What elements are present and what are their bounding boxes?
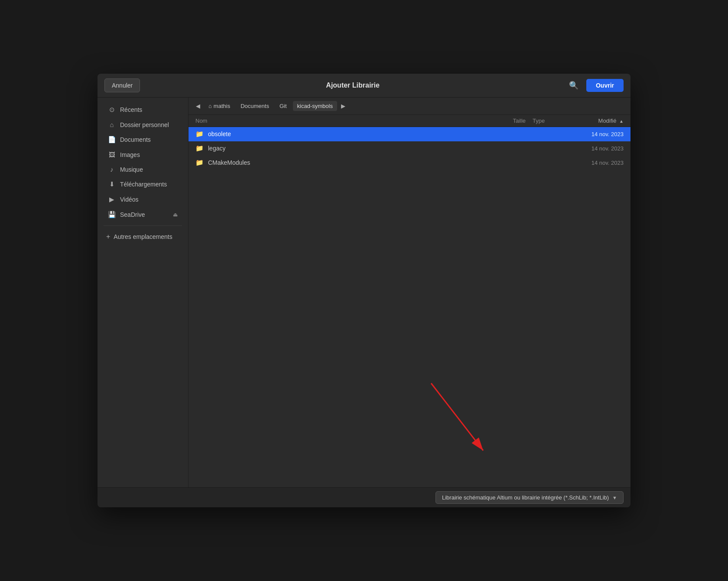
annotation-arrow <box>414 375 509 461</box>
breadcrumb-label-kicad-symbols: kicad-symbols <box>297 103 333 109</box>
sidebar-label-seadrive: SeaDrive <box>120 211 145 218</box>
cancel-button[interactable]: Annuler <box>104 78 140 92</box>
breadcrumb-back-button[interactable]: ◀ <box>194 101 202 111</box>
sidebar-label-telechargements: Téléchargements <box>120 181 167 188</box>
breadcrumb-segment-documents[interactable]: Documents <box>236 101 273 111</box>
breadcrumb-segment-mathis[interactable]: ⌂ mathis <box>204 101 234 111</box>
file-list-header: Nom Taille Type Modifié ▲ <box>188 115 630 127</box>
breadcrumb-label-git: Git <box>280 103 287 109</box>
filter-dropdown[interactable]: Librairie schématique Altium ou librairi… <box>436 491 624 504</box>
column-modifie[interactable]: Modifié ▲ <box>567 118 624 124</box>
file-list-container: Nom Taille Type Modifié ▲ 📁 obsolete 14 … <box>188 115 630 487</box>
breadcrumb-label-documents: Documents <box>240 103 269 109</box>
dialog-title: Ajouter Librairie <box>326 82 380 89</box>
svg-line-1 <box>431 383 483 450</box>
home-breadcrumb-icon: ⌂ <box>208 103 212 109</box>
column-taille: Taille <box>498 118 533 124</box>
sidebar-divider <box>104 225 182 226</box>
file-name-legacy: legacy <box>208 145 498 152</box>
search-button[interactable]: 🔍 <box>566 78 582 93</box>
sidebar-label-videos: Vidéos <box>120 196 139 203</box>
sidebar-item-documents[interactable]: 📄 Documents <box>100 132 185 147</box>
file-row-legacy[interactable]: 📁 legacy 14 nov. 2023 <box>188 141 630 156</box>
add-library-dialog: Annuler Ajouter Librairie 🔍 Ouvrir ⊙ Réc… <box>98 74 630 507</box>
documents-icon: 📄 <box>108 136 116 144</box>
sort-arrow-icon: ▲ <box>619 119 624 124</box>
chevron-down-icon: ▼ <box>612 495 617 500</box>
sidebar-item-telechargements[interactable]: ⬇ Téléchargements <box>100 177 185 192</box>
sidebar-item-seadrive[interactable]: 💾 SeaDrive ⏏ <box>100 207 185 222</box>
sidebar-item-musique[interactable]: ♪ Musique <box>100 162 185 176</box>
download-icon: ⬇ <box>108 180 116 188</box>
eject-icon[interactable]: ⏏ <box>173 212 178 218</box>
sidebar-label-musique: Musique <box>120 166 143 173</box>
file-row-obsolete[interactable]: 📁 obsolete 14 nov. 2023 <box>188 127 630 141</box>
home-icon: ⌂ <box>108 121 116 128</box>
main-content: ◀ ⌂ mathis Documents Git kicad-symbols ▶ <box>188 98 630 487</box>
images-icon: 🖼 <box>108 151 116 158</box>
sidebar-item-recents[interactable]: ⊙ Récents <box>100 102 185 117</box>
breadcrumb-segment-git[interactable]: Git <box>275 101 291 111</box>
sidebar-label-dossier-personnel: Dossier personnel <box>120 121 169 128</box>
breadcrumb-label-mathis: mathis <box>214 103 230 109</box>
sidebar-item-images[interactable]: 🖼 Images <box>100 147 185 162</box>
header-actions: 🔍 Ouvrir <box>566 78 624 93</box>
sidebar-label-documents: Documents <box>120 136 151 143</box>
file-date-obsolete: 14 nov. 2023 <box>567 131 624 137</box>
sidebar: ⊙ Récents ⌂ Dossier personnel 📄 Document… <box>98 98 188 487</box>
back-icon: ◀ <box>196 103 200 109</box>
sidebar-item-videos[interactable]: ▶ Vidéos <box>100 192 185 207</box>
sidebar-label-images: Images <box>120 151 140 158</box>
video-icon: ▶ <box>108 196 116 203</box>
dialog-header: Annuler Ajouter Librairie 🔍 Ouvrir <box>98 74 630 98</box>
folder-icon-cmake: 📁 <box>195 159 204 166</box>
folder-icon-legacy: 📁 <box>195 144 204 152</box>
plus-icon: + <box>106 233 110 241</box>
recents-icon: ⊙ <box>108 106 116 114</box>
breadcrumb-segment-kicad-symbols[interactable]: kicad-symbols <box>293 101 337 111</box>
open-button[interactable]: Ouvrir <box>586 79 624 92</box>
file-name-cmake: CMakeModules <box>208 159 498 166</box>
column-type: Type <box>533 118 567 124</box>
seadrive-icon: 💾 <box>108 211 116 219</box>
file-row-cmakemodules[interactable]: 📁 CMakeModules 14 nov. 2023 <box>188 156 630 170</box>
breadcrumb-forward-button[interactable]: ▶ <box>339 101 348 111</box>
dialog-body: ⊙ Récents ⌂ Dossier personnel 📄 Document… <box>98 98 630 487</box>
sidebar-label-recents: Récents <box>120 106 142 113</box>
search-icon: 🔍 <box>569 81 578 90</box>
sidebar-item-dossier-personnel[interactable]: ⌂ Dossier personnel <box>100 118 185 132</box>
filter-label: Librairie schématique Altium ou librairi… <box>442 494 609 501</box>
file-date-cmake: 14 nov. 2023 <box>567 160 624 166</box>
file-date-legacy: 14 nov. 2023 <box>567 145 624 152</box>
column-nom: Nom <box>195 118 498 124</box>
file-name-obsolete: obsolete <box>208 131 498 137</box>
breadcrumb-bar: ◀ ⌂ mathis Documents Git kicad-symbols ▶ <box>188 98 630 115</box>
folder-icon-obsolete: 📁 <box>195 130 204 138</box>
forward-icon: ▶ <box>341 103 345 109</box>
sidebar-label-autres: Autres emplacements <box>114 233 172 240</box>
sidebar-item-autres-emplacements[interactable]: + Autres emplacements <box>99 229 186 244</box>
music-icon: ♪ <box>108 166 116 173</box>
dialog-footer: Librairie schématique Altium ou librairi… <box>98 487 630 507</box>
